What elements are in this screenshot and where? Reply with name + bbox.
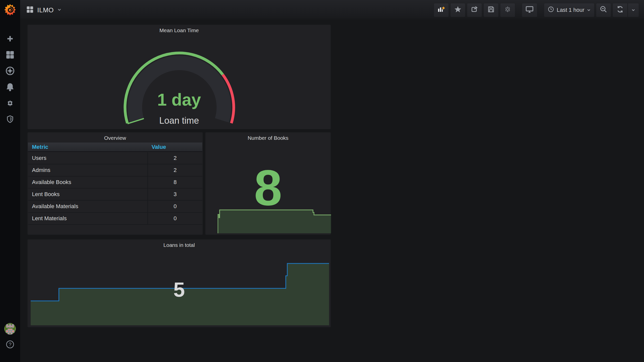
server-admin-shield-icon (6, 115, 14, 124)
sidebar-menu (0, 35, 20, 124)
chevron-down-icon (587, 7, 591, 13)
gear-icon (504, 6, 511, 15)
column-header-metric[interactable]: Metric (28, 143, 147, 151)
chevron-down-icon (631, 7, 635, 13)
gauge-value: 1 day (28, 90, 331, 109)
explore-compass-icon (6, 66, 15, 76)
sidebar-bottom: ? (0, 325, 20, 349)
sidebar-item-configuration[interactable] (6, 99, 15, 108)
add-panel-button[interactable] (434, 3, 449, 17)
navbar-actions: Last 1 hour (434, 3, 639, 17)
zoom-out-icon (600, 6, 607, 15)
table-row: Lent Books3 (28, 189, 202, 201)
cell-metric: Lent Materials (28, 213, 147, 224)
share-icon (471, 6, 478, 15)
table-row: Admins2 (28, 164, 202, 176)
time-range-picker[interactable]: Last 1 hour (544, 3, 594, 17)
cell-value: 2 (147, 164, 202, 176)
cell-value: 3 (147, 189, 202, 200)
refresh-icon (616, 6, 624, 15)
panel-overview-table: Overview Metric Value Users2Admins2Avail… (27, 132, 203, 235)
sidebar-item-create[interactable] (6, 35, 15, 44)
help-button[interactable]: ? (6, 340, 15, 349)
navbar: ILMO (20, 0, 644, 20)
cell-value: 2 (147, 152, 202, 164)
panel-title[interactable]: Overview (28, 135, 203, 141)
refresh-interval-button[interactable] (628, 3, 639, 17)
grafana-logo[interactable] (4, 3, 17, 16)
dashboards-icon (6, 51, 14, 60)
cell-metric: Lent Books (28, 189, 147, 200)
time-range-label: Last 1 hour (557, 7, 584, 13)
save-dashboard-button[interactable] (484, 3, 499, 17)
dashboard-title-button[interactable]: ILMO (26, 6, 61, 14)
cell-value: 0 (147, 201, 202, 212)
user-avatar (4, 323, 16, 336)
dashboard-title: ILMO (37, 6, 54, 14)
panel-loans-in-total: Loans in total 5 (27, 239, 331, 327)
cell-metric: Admins (28, 164, 147, 176)
sidebar-item-dashboards[interactable] (6, 51, 15, 60)
loan-time-gauge (122, 34, 237, 128)
cell-value: 8 (147, 176, 202, 188)
panel-title[interactable]: Mean Loan Time (28, 27, 331, 33)
alerting-bell-icon (6, 83, 14, 92)
panel-mean-loan-time: Mean Loan Time 1 day Loan time (27, 25, 331, 129)
column-header-value[interactable]: Value (147, 143, 202, 151)
sidebar: ? (0, 0, 20, 362)
configuration-gear-icon (6, 99, 14, 108)
add-panel-icon (437, 6, 445, 15)
sidebar-item-alerting[interactable] (6, 83, 15, 92)
table-row: Users2 (28, 152, 202, 164)
svg-text:?: ? (9, 342, 11, 347)
table-row: Available Books8 (28, 176, 202, 189)
clock-icon (548, 6, 554, 14)
share-dashboard-button[interactable] (467, 3, 482, 17)
help-icon: ? (6, 340, 14, 350)
table-body: Users2Admins2Available Books8Lent Books3… (28, 152, 202, 225)
monitor-icon (526, 5, 534, 15)
save-icon (487, 6, 495, 15)
star-icon (454, 6, 462, 15)
cell-metric: Available Books (28, 176, 147, 188)
sidebar-item-explore[interactable] (6, 67, 15, 76)
dashboard-squares-icon (26, 6, 34, 14)
user-profile-button[interactable] (6, 325, 15, 334)
refresh-button[interactable] (613, 3, 628, 17)
books-stat-value: 8 (206, 160, 331, 215)
sidebar-item-server-admin[interactable] (6, 115, 15, 124)
mark-favorite-button[interactable] (450, 3, 465, 17)
panel-title[interactable]: Number of Books (206, 135, 331, 141)
cell-value: 0 (147, 213, 202, 224)
chevron-down-icon (57, 8, 61, 13)
cell-metric: Available Materials (28, 201, 147, 212)
table-row: Lent Materials0 (28, 213, 202, 225)
cell-metric: Users (28, 152, 147, 164)
dashboard-settings-button[interactable] (500, 3, 515, 17)
cycle-view-mode-button[interactable] (522, 3, 537, 17)
panel-number-of-books: Number of Books 8 (205, 132, 331, 235)
table-row: Available Materials0 (28, 201, 202, 213)
loans-stat-value: 5 (28, 278, 331, 301)
gauge-label: Loan time (28, 115, 331, 126)
table-header: Metric Value (28, 143, 202, 152)
zoom-out-time-button[interactable] (596, 3, 611, 17)
plus-icon (6, 35, 14, 44)
refresh-group (613, 3, 639, 17)
